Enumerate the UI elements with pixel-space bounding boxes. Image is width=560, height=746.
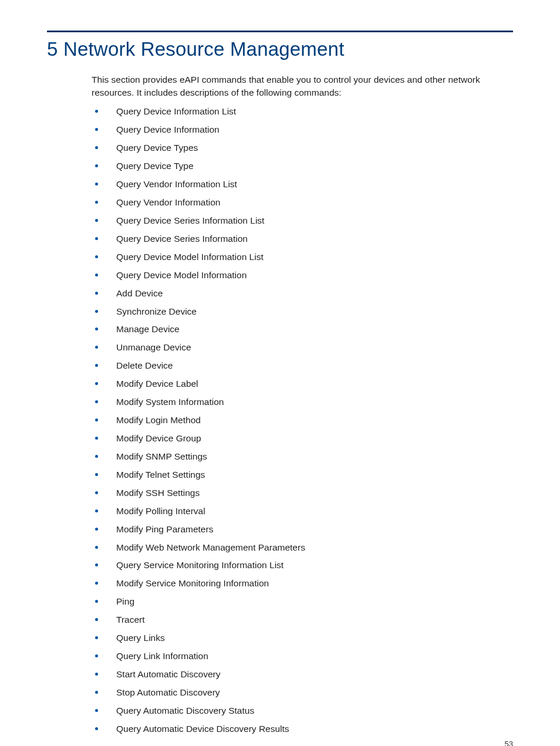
top-horizontal-rule bbox=[47, 31, 513, 32]
command-list-item: Modify SSH Settings bbox=[92, 487, 513, 499]
command-list-item: Modify Service Monitoring Information bbox=[92, 578, 513, 590]
command-list-item: Ping bbox=[92, 596, 513, 608]
document-page: 5 Network Resource Management This secti… bbox=[0, 0, 560, 746]
command-list-item: Query Device Model Information bbox=[92, 269, 513, 282]
command-list-item: Manage Device bbox=[92, 323, 513, 336]
command-list-item: Tracert bbox=[92, 614, 513, 626]
command-list-item: Delete Device bbox=[92, 360, 513, 372]
page-number: 53 bbox=[505, 740, 513, 746]
command-list-item: Query Vendor Information List bbox=[92, 178, 513, 191]
command-list-item: Modify System Information bbox=[92, 396, 513, 409]
command-list-item: Modify Polling Interval bbox=[92, 505, 513, 518]
command-list-item: Modify SNMP Settings bbox=[92, 451, 513, 463]
command-list-item: Modify Device Group bbox=[92, 433, 513, 445]
command-list-item: Modify Device Label bbox=[92, 378, 513, 390]
command-list-item: Query Automatic Device Discovery Results bbox=[92, 723, 513, 735]
command-list-item: Query Link Information bbox=[92, 650, 513, 663]
command-list-item: Add Device bbox=[92, 288, 513, 300]
command-list-item: Modify Telnet Settings bbox=[92, 469, 513, 481]
command-list-item: Query Device Information List bbox=[92, 106, 513, 118]
command-list-item: Query Device Types bbox=[92, 142, 513, 154]
command-list-item: Modify Ping Parameters bbox=[92, 524, 513, 536]
command-list-item: Stop Automatic Discovery bbox=[92, 687, 513, 699]
command-list-item: Query Service Monitoring Information Lis… bbox=[92, 559, 513, 572]
command-list-item: Synchronize Device bbox=[92, 306, 513, 318]
body-block: This section provides eAPI commands that… bbox=[47, 73, 513, 735]
command-list-item: Modify Login Method bbox=[92, 414, 513, 427]
command-list-item: Query Links bbox=[92, 632, 513, 644]
command-list-item: Query Device Series Information List bbox=[92, 215, 513, 227]
command-list-item: Query Vendor Information bbox=[92, 197, 513, 209]
command-list-item: Unmanage Device bbox=[92, 342, 513, 354]
command-list-item: Start Automatic Discovery bbox=[92, 669, 513, 681]
command-list-item: Query Device Type bbox=[92, 160, 513, 173]
command-list-item: Modify Web Network Management Parameters bbox=[92, 542, 513, 554]
command-list-item: Query Automatic Discovery Status bbox=[92, 705, 513, 717]
section-heading: 5 Network Resource Management bbox=[47, 38, 513, 60]
command-list-item: Query Device Model Information List bbox=[92, 251, 513, 264]
command-list-item: Query Device Series Information bbox=[92, 233, 513, 245]
command-list: Query Device Information ListQuery Devic… bbox=[92, 106, 513, 735]
intro-paragraph: This section provides eAPI commands that… bbox=[92, 73, 513, 99]
command-list-item: Query Device Information bbox=[92, 124, 513, 136]
